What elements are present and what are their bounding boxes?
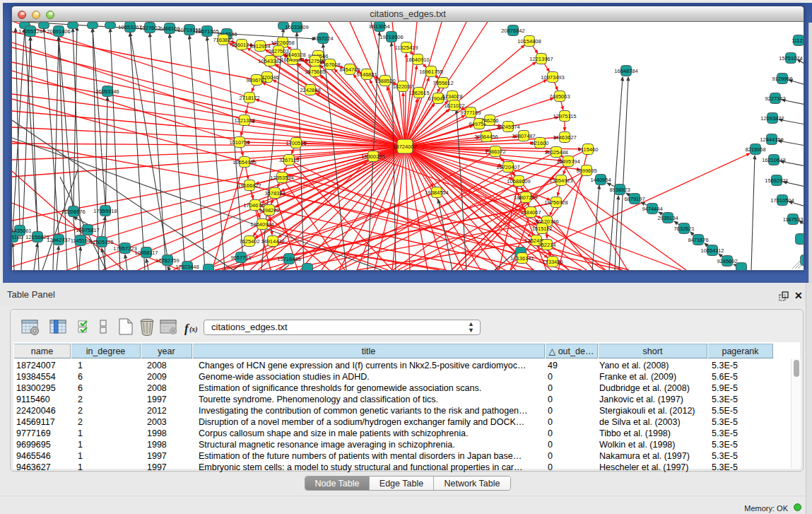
svg-text:1527602: 1527602: [139, 25, 160, 31]
svg-text:16671365: 16671365: [195, 28, 218, 35]
svg-text:7632621: 7632621: [673, 226, 694, 232]
svg-text:16648784: 16648784: [614, 68, 637, 74]
svg-text:1621022: 1621022: [444, 103, 464, 109]
svg-text:3675685: 3675685: [305, 69, 325, 75]
svg-text:12942737: 12942737: [47, 237, 70, 243]
svg-text:1145194: 1145194: [71, 238, 91, 244]
svg-text:14136141: 14136141: [510, 255, 534, 262]
svg-text:7986372: 7986372: [485, 148, 505, 155]
svg-text:621600: 621600: [531, 140, 548, 146]
svg-text:(x): (x): [189, 325, 198, 334]
svg-text:1733426: 1733426: [542, 259, 563, 265]
svg-text:19218506: 19218506: [379, 34, 403, 40]
svg-text:7357224: 7357224: [312, 35, 333, 42]
svg-text:20691406: 20691406: [47, 28, 70, 35]
svg-text:15751074: 15751074: [779, 55, 802, 62]
svg-text:10653267: 10653267: [118, 24, 141, 30]
svg-text:7955812: 7955812: [433, 80, 453, 86]
svg-text:16495794: 16495794: [556, 158, 579, 165]
svg-text:19756928: 19756928: [544, 199, 567, 206]
svg-text:9245692: 9245692: [717, 258, 737, 264]
svg-text:11325419: 11325419: [395, 45, 418, 51]
svg-text:12923448: 12923448: [175, 264, 199, 270]
svg-text:8938923: 8938923: [609, 187, 630, 193]
svg-text:18300295: 18300295: [361, 153, 384, 160]
svg-text:9899695: 9899695: [576, 168, 596, 174]
svg-text:14055724: 14055724: [18, 28, 42, 35]
svg-text:17010504: 17010504: [770, 197, 794, 204]
svg-text:9227342: 9227342: [765, 95, 785, 102]
svg-text:7485063: 7485063: [549, 93, 570, 100]
svg-text:12444159: 12444159: [760, 136, 783, 143]
svg-text:3267110: 3267110: [279, 157, 300, 163]
svg-text:12505125: 12505125: [90, 239, 113, 245]
svg-text:12353594: 12353594: [270, 175, 293, 181]
svg-text:10807487: 10807487: [512, 133, 535, 139]
svg-text:14435061: 14435061: [12, 228, 32, 234]
svg-text:19166827: 19166827: [237, 182, 261, 189]
svg-text:2242848: 2242848: [300, 87, 320, 93]
svg-text:9777169: 9777169: [460, 110, 481, 116]
svg-text:9896701: 9896701: [246, 77, 266, 83]
svg-text:2367608: 2367608: [319, 62, 340, 68]
svg-text:1440954: 1440954: [590, 177, 611, 183]
svg-text:14914479: 14914479: [261, 238, 284, 245]
svg-text:12975115: 12975115: [553, 113, 577, 119]
svg-text:15692921: 15692921: [765, 177, 788, 184]
svg-text:11123: 11123: [792, 37, 804, 44]
svg-text:12213967: 12213967: [529, 56, 553, 62]
svg-text:19384554: 19384554: [425, 189, 448, 196]
svg-text:16033809: 16033809: [285, 24, 308, 30]
svg-text:10973493: 10973493: [541, 74, 564, 81]
svg-text:2718172: 2718172: [239, 95, 259, 101]
svg-text:1221338: 1221338: [234, 117, 254, 124]
svg-text:8660124: 8660124: [231, 42, 252, 48]
svg-text:18640910: 18640910: [406, 57, 429, 63]
svg-text:9657791: 9657791: [230, 255, 251, 261]
svg-text:8813054: 8813054: [369, 23, 389, 30]
svg-text:9129966: 9129966: [772, 76, 792, 82]
svg-text:13226058: 13226058: [271, 40, 294, 46]
svg-text:7163822: 7163822: [213, 37, 233, 43]
svg-text:10654985: 10654985: [233, 159, 256, 165]
svg-text:12093872: 12093872: [760, 115, 784, 122]
svg-text:8215958: 8215958: [745, 146, 765, 153]
svg-text:20364456: 20364456: [474, 134, 498, 140]
svg-text:9115460: 9115460: [578, 146, 599, 153]
svg-text:6734028: 6734028: [442, 93, 462, 100]
svg-text:16961755: 16961755: [419, 69, 442, 75]
svg-text:6879197: 6879197: [624, 196, 645, 202]
svg-text:15720407: 15720407: [496, 164, 519, 170]
svg-text:17359918: 17359918: [93, 208, 117, 214]
svg-text:9474444: 9474444: [642, 206, 662, 212]
svg-text:1822037: 1822037: [392, 83, 413, 90]
svg-text:1700510: 1700510: [286, 140, 306, 146]
svg-text:18807299: 18807299: [514, 194, 537, 201]
svg-text:16245574: 16245574: [496, 124, 519, 130]
svg-text:20876842: 20876842: [501, 28, 524, 34]
svg-text:252214: 252214: [538, 242, 555, 248]
svg-text:20206576: 20206576: [61, 209, 85, 215]
svg-text:16782759: 16782759: [155, 257, 179, 264]
svg-text:16210643: 16210643: [762, 157, 785, 163]
svg-text:13654923: 13654923: [549, 177, 572, 184]
svg-text:8146328: 8146328: [285, 52, 305, 58]
svg-text:746266: 746266: [481, 117, 498, 124]
svg-text:7625402: 7625402: [239, 238, 259, 245]
svg-text:10025488: 10025488: [544, 149, 567, 156]
svg-text:10975817: 10975817: [76, 227, 99, 233]
svg-text:6466160: 6466160: [159, 25, 180, 32]
svg-text:17957223: 17957223: [113, 245, 136, 252]
svg-text:9146821: 9146821: [356, 71, 377, 78]
svg-text:1167533: 1167533: [783, 216, 804, 223]
svg-text:14463627: 14463627: [553, 134, 576, 141]
svg-text:8912954: 8912954: [249, 43, 270, 49]
svg-text:18724007: 18724007: [393, 144, 416, 150]
svg-text:15716485: 15716485: [277, 256, 300, 262]
svg-text:3578334: 3578334: [264, 190, 285, 197]
svg-text:2935134: 2935134: [657, 215, 678, 221]
svg-text:8471676: 8471676: [688, 237, 708, 243]
svg-text:10654112: 10654112: [701, 247, 724, 254]
svg-text:10688609: 10688609: [507, 178, 530, 185]
svg-text:26053346: 26053346: [95, 88, 119, 95]
